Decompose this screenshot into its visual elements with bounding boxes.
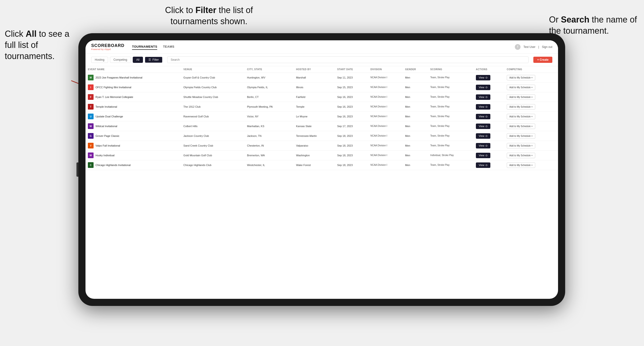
cell-scoring-2: Team, Stroke Play (428, 92, 474, 102)
cell-hosted-by-6: Tennessee-Martin (294, 131, 335, 141)
cell-event-name-2: F Ryan T. Lee Memorial Collegiate (86, 92, 181, 102)
view-icon-8: ⊙ (485, 154, 488, 157)
cell-scoring-5: Team, Stroke Play (428, 121, 474, 131)
cell-scoring-9: Team, Stroke Play (428, 160, 474, 170)
cell-event-name-3: T Temple Invitational (86, 102, 181, 112)
view-icon-3: ⊙ (485, 105, 488, 108)
tab-competing[interactable]: Competing (110, 57, 131, 63)
event-name-text-7: Valpo Fall Invitational (96, 144, 120, 147)
cell-venue-6: Jackson Country Club (181, 131, 244, 141)
cell-start-date-5: Sep 17, 2023 (335, 121, 368, 131)
view-button-0[interactable]: View ⊙ (476, 75, 490, 80)
event-name-text-5: Wildcat Invitational (96, 125, 117, 128)
add-schedule-button-1[interactable]: Add to My Schedule + (507, 85, 535, 90)
add-schedule-button-8[interactable]: Add to My Schedule + (507, 153, 535, 158)
col-actions: ACTIONS (474, 66, 504, 73)
cell-hosted-by-0: Marshall (294, 73, 335, 83)
view-button-2[interactable]: View ⊙ (476, 94, 490, 100)
team-logo-0: M (88, 75, 94, 80)
create-button[interactable]: + Create (533, 57, 552, 63)
filter-button[interactable]: ☰ Filter (145, 57, 162, 63)
cell-hosted-by-9: Wake Forest (294, 160, 335, 170)
cell-division-5: NCAA Division I (368, 121, 403, 131)
view-button-5[interactable]: View ⊙ (476, 124, 490, 129)
cell-competing-6: Add to My Schedule + (504, 131, 558, 141)
cell-venue-5: Colbert Hills (181, 121, 244, 131)
table-row: I OFCC Fighting Illini Invitational Olym… (86, 83, 558, 92)
add-schedule-button-4[interactable]: Add to My Schedule + (507, 114, 535, 119)
nav-tab-tournaments[interactable]: TOURNAMENTS (132, 44, 157, 50)
cell-gender-1: Men (403, 83, 428, 92)
table-row: W Wildcat Invitational Colbert Hills Man… (86, 121, 558, 131)
nav-tabs: TOURNAMENTS TEAMS (132, 44, 515, 50)
cell-division-9: NCAA Division I (368, 160, 403, 170)
cell-city-state-9: Westchester, IL (244, 160, 294, 170)
table-row: T Temple Invitational The 1912 Club Plym… (86, 102, 558, 112)
add-schedule-button-0[interactable]: Add to My Schedule + (507, 75, 535, 80)
cell-hosted-by-8: Washington (294, 151, 335, 160)
cell-start-date-6: Sep 18, 2023 (335, 131, 368, 141)
view-button-7[interactable]: View ⊙ (476, 143, 490, 149)
col-city-state: CITY, STATE (244, 66, 294, 73)
cell-competing-7: Add to My Schedule + (504, 141, 558, 151)
add-schedule-button-6[interactable]: Add to My Schedule + (507, 133, 535, 139)
cell-city-state-8: Bremerton, WA (244, 151, 294, 160)
cell-competing-5: Add to My Schedule + (504, 121, 558, 131)
tab-all[interactable]: All (133, 57, 143, 63)
event-name-text-3: Temple Invitational (96, 105, 117, 108)
cell-competing-0: Add to My Schedule + (504, 73, 558, 83)
cell-venue-0: Guyan Golf & Country Club (181, 73, 244, 83)
cell-start-date-1: Sep 15, 2023 (335, 83, 368, 92)
cell-start-date-7: Sep 18, 2023 (335, 141, 368, 151)
event-name-text-4: Upstate Dual Challenge (96, 115, 123, 118)
tablet: SCOREBOARD Powered by clippd TOURNAMENTS… (78, 33, 565, 306)
cell-competing-9: Add to My Schedule + (504, 160, 558, 170)
view-button-4[interactable]: View ⊙ (476, 114, 490, 119)
col-hosted-by: HOSTED BY (294, 66, 335, 73)
cell-actions-9: View ⊙ (474, 160, 504, 170)
col-competing: COMPETING (504, 66, 558, 73)
add-schedule-button-5[interactable]: Add to My Schedule + (507, 124, 535, 129)
cell-event-name-7: V Valpo Fall Invitational (86, 141, 181, 151)
event-name-text-0: 2023 Joe Feaganes Marshall Invitational (96, 76, 142, 79)
view-button-3[interactable]: View ⊙ (476, 104, 490, 110)
add-schedule-button-7[interactable]: Add to My Schedule + (507, 143, 535, 149)
sign-out-link[interactable]: Sign out (542, 45, 552, 49)
cell-start-date-2: Sep 16, 2023 (335, 92, 368, 102)
cell-scoring-6: Team, Stroke Play (428, 131, 474, 141)
cell-actions-3: View ⊙ (474, 102, 504, 112)
cell-hosted-by-2: Fairfield (294, 92, 335, 102)
user-avatar: T (515, 44, 520, 50)
cell-city-state-6: Jackson, TN (244, 131, 294, 141)
nav-tab-teams[interactable]: TEAMS (163, 44, 174, 50)
cell-competing-2: Add to My Schedule + (504, 92, 558, 102)
cell-hosted-by-4: Le Moyne (294, 112, 335, 121)
view-button-9[interactable]: View ⊙ (476, 163, 490, 168)
view-icon-6: ⊙ (485, 135, 488, 138)
table-header-row: EVENT NAME VENUE CITY, STATE HOSTED BY S… (86, 66, 558, 73)
add-schedule-button-3[interactable]: Add to My Schedule + (507, 104, 535, 110)
add-schedule-button-2[interactable]: Add to My Schedule + (507, 94, 535, 100)
cell-city-state-1: Olympia Fields, IL (244, 83, 294, 92)
cell-venue-7: Sand Creek Country Club (181, 141, 244, 151)
cell-gender-5: Men (403, 121, 428, 131)
cell-hosted-by-1: Illinois (294, 83, 335, 92)
cell-competing-8: Add to My Schedule + (504, 151, 558, 160)
cell-division-2: NCAA Division I (368, 92, 403, 102)
tab-hosting[interactable]: Hosting (91, 57, 108, 63)
separator: | (538, 45, 539, 49)
view-icon-0: ⊙ (485, 76, 488, 79)
search-input[interactable] (167, 56, 529, 63)
col-start-date: START DATE (335, 66, 368, 73)
cell-city-state-0: Huntington, WV (244, 73, 294, 83)
team-logo-4: U (88, 114, 94, 119)
tournaments-table-container: EVENT NAME VENUE CITY, STATE HOSTED BY S… (86, 66, 558, 299)
cell-competing-3: Add to My Schedule + (504, 102, 558, 112)
view-button-1[interactable]: View ⊙ (476, 85, 490, 90)
view-button-6[interactable]: View ⊙ (476, 133, 490, 139)
cell-hosted-by-3: Temple (294, 102, 335, 112)
add-schedule-button-9[interactable]: Add to My Schedule + (507, 163, 535, 168)
view-button-8[interactable]: View ⊙ (476, 153, 490, 158)
team-logo-5: W (88, 123, 94, 129)
cell-gender-0: Men (403, 73, 428, 83)
